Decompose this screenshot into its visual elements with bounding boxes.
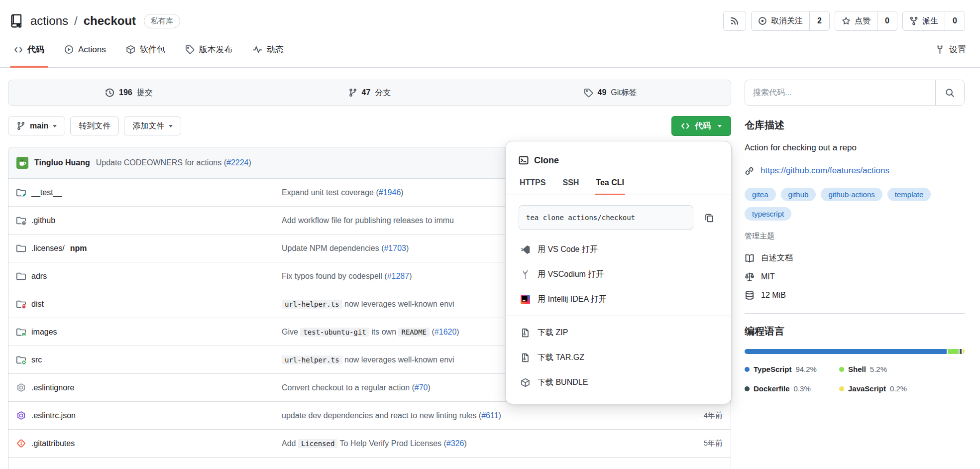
stat-branches-label: 分支 bbox=[375, 88, 391, 98]
commit-author-link[interactable]: Tingluo Huang bbox=[34, 158, 90, 167]
tab-settings[interactable]: 设置 bbox=[929, 32, 972, 67]
tab-releases[interactable]: 版本发布 bbox=[179, 32, 239, 67]
folder-icon bbox=[16, 299, 26, 309]
legend-name: Dockerfile bbox=[754, 384, 790, 393]
search-button[interactable] bbox=[935, 80, 964, 105]
folder-icon bbox=[16, 355, 26, 364]
tab-packages[interactable]: 软件包 bbox=[120, 32, 171, 67]
file-commit-time: 5年前 bbox=[663, 439, 723, 448]
star-button[interactable]: 点赞 bbox=[835, 11, 877, 30]
tab-code[interactable]: 代码 bbox=[8, 32, 50, 67]
message-text: now leverages well-known envi bbox=[342, 355, 454, 364]
watch-button[interactable]: 取消关注 bbox=[752, 11, 809, 30]
repo-icon bbox=[9, 13, 24, 28]
issue-link[interactable]: #1703 bbox=[384, 244, 406, 252]
star-count[interactable]: 0 bbox=[877, 11, 897, 30]
file-link[interactable]: images bbox=[31, 328, 57, 337]
file-entry: adrs bbox=[16, 271, 282, 281]
website-link[interactable]: https://github.com/features/actions bbox=[761, 166, 889, 176]
tab-actions[interactable]: Actions bbox=[58, 32, 112, 67]
chevron-down-icon bbox=[169, 125, 173, 127]
menu-item[interactable]: 用 VS Code 打开 bbox=[519, 237, 718, 262]
meta-label: MIT bbox=[761, 272, 775, 281]
stat-tags[interactable]: 49Git标签 bbox=[490, 80, 731, 105]
file-link[interactable]: .licenses/ bbox=[31, 244, 65, 253]
file-link[interactable]: dist bbox=[31, 300, 44, 309]
languages-title: 编程语言 bbox=[745, 325, 965, 338]
package-icon bbox=[126, 45, 135, 54]
topic-github[interactable]: github bbox=[781, 188, 816, 201]
meta-law[interactable]: MIT bbox=[745, 272, 965, 282]
clone-tab-ssh[interactable]: SSH bbox=[561, 176, 580, 195]
copy-button[interactable] bbox=[700, 209, 718, 227]
search-input[interactable] bbox=[745, 80, 935, 105]
tab-activity[interactable]: 动态 bbox=[247, 32, 290, 67]
fork-button[interactable]: 派生 bbox=[903, 11, 945, 30]
meta-database[interactable]: 12 MiB bbox=[745, 290, 965, 300]
file-link[interactable]: src bbox=[31, 355, 42, 364]
clone-protocol-tabs: HTTPSSSHTea CLI bbox=[506, 176, 731, 195]
legend-typescript[interactable]: TypeScript94.2% bbox=[745, 365, 839, 373]
code-button-label: 代码 bbox=[695, 121, 711, 131]
repo-sidebar: 仓库描述 Action for checking out a repo http… bbox=[745, 80, 965, 469]
message-text: ) bbox=[409, 272, 412, 280]
folder-icon bbox=[16, 243, 26, 253]
branch-selector[interactable]: main bbox=[8, 117, 65, 135]
legend-shell[interactable]: Shell5.2% bbox=[839, 365, 965, 373]
issue-link[interactable]: #611 bbox=[481, 411, 498, 420]
menu-item[interactable]: 用 VSCodium 打开 bbox=[519, 262, 718, 287]
file-toolbar: main 转到文件 添加文件 代码 bbox=[8, 117, 731, 135]
file-entry: src bbox=[16, 355, 282, 364]
legend-name: JavaScript bbox=[848, 384, 886, 393]
clone-command-input[interactable] bbox=[519, 205, 693, 230]
legend-pct: 0.3% bbox=[794, 384, 811, 393]
lang-bar-typescript bbox=[745, 349, 947, 354]
repo-name-link[interactable]: checkout bbox=[84, 14, 136, 28]
topic-gitea[interactable]: gitea bbox=[745, 188, 776, 201]
issue-link[interactable]: #1287 bbox=[387, 272, 410, 280]
menu-item[interactable]: 下载 TAR.GZ bbox=[519, 345, 718, 370]
file-link[interactable]: .gitattributes bbox=[31, 439, 75, 448]
topic-template[interactable]: template bbox=[887, 188, 931, 201]
file-link[interactable]: .eslintrc.json bbox=[31, 411, 76, 420]
repo-owner-link[interactable]: actions bbox=[30, 14, 68, 28]
rss-button[interactable] bbox=[724, 11, 746, 30]
file-link[interactable]: .eslintignore bbox=[31, 383, 74, 392]
stat-commits[interactable]: 196提交 bbox=[8, 80, 249, 105]
folder-icon bbox=[16, 271, 26, 281]
manage-topics-link[interactable]: 管理主题 bbox=[745, 232, 774, 241]
file-link[interactable]: .github bbox=[31, 216, 55, 225]
menu-item[interactable]: 下载 BUNDLE bbox=[519, 370, 718, 395]
clone-tab-https[interactable]: HTTPS bbox=[519, 176, 546, 195]
menu-item[interactable]: 下载 ZIP bbox=[519, 320, 718, 345]
fork-count[interactable]: 0 bbox=[945, 11, 965, 30]
legend-dockerfile[interactable]: Dockerfile0.3% bbox=[745, 384, 839, 393]
file-link[interactable]: __test__ bbox=[31, 188, 62, 197]
meta-book[interactable]: 自述文档 bbox=[745, 253, 965, 263]
legend-dot bbox=[839, 367, 844, 372]
stat-branches[interactable]: 47分支 bbox=[249, 80, 490, 105]
inline-code: Licensed bbox=[298, 439, 337, 448]
avatar[interactable] bbox=[16, 157, 28, 169]
tag-icon bbox=[185, 45, 195, 54]
issue-link[interactable]: #1946 bbox=[379, 188, 401, 197]
menu-item[interactable]: 用 Intellij IDEA 打开 bbox=[519, 287, 718, 312]
code-dropdown-button[interactable]: 代码 bbox=[671, 116, 731, 136]
visibility-badge: 私有库 bbox=[144, 14, 180, 28]
topic-typescript[interactable]: typescript bbox=[745, 207, 791, 221]
goto-file-button[interactable]: 转到文件 bbox=[70, 117, 119, 135]
file-link[interactable]: npm bbox=[70, 244, 87, 253]
legend-javascript[interactable]: JavaScript0.2% bbox=[839, 384, 965, 393]
add-file-button[interactable]: 添加文件 bbox=[124, 117, 181, 135]
menu-item-label: 用 VSCodium 打开 bbox=[538, 269, 604, 280]
topic-github-actions[interactable]: github-actions bbox=[821, 188, 882, 201]
file-commit-message: Add Licensed To Help Verify Prod License… bbox=[282, 439, 663, 448]
issue-link[interactable]: #2224 bbox=[226, 158, 249, 167]
issue-link[interactable]: #1620 bbox=[435, 328, 457, 336]
file-link[interactable]: adrs bbox=[31, 272, 47, 281]
watch-count[interactable]: 2 bbox=[809, 11, 829, 30]
issue-link[interactable]: #70 bbox=[415, 383, 428, 392]
stat-branches-value: 47 bbox=[362, 88, 371, 97]
clone-tab-tea-cli[interactable]: Tea CLI bbox=[595, 176, 625, 195]
issue-link[interactable]: #326 bbox=[446, 439, 464, 448]
